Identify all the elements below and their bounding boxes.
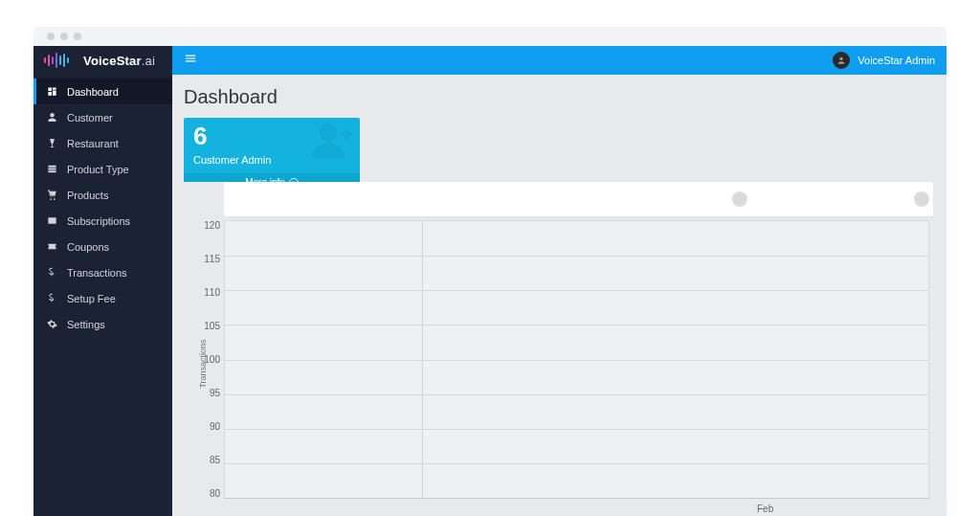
sidebar-item-label: Product Type xyxy=(67,164,129,175)
y-tick: 110 xyxy=(204,287,220,298)
sidebar: VoiceStar.ai Dashboard Customer xyxy=(33,46,172,516)
chart-plot xyxy=(224,220,929,499)
customer-admin-card: 6 Customer Admin More info xyxy=(184,118,360,191)
glass-icon xyxy=(46,138,57,148)
chart-action-button[interactable] xyxy=(914,191,929,207)
sidebar-nav: Dashboard Customer Restaurant xyxy=(33,75,172,337)
brand[interactable]: VoiceStar.ai xyxy=(33,46,172,75)
user-menu[interactable]: VoiceStar Admin xyxy=(833,52,935,69)
sidebar-item-coupons[interactable]: Coupons xyxy=(33,234,172,259)
app-shell: VoiceStar.ai Dashboard Customer xyxy=(33,46,947,516)
hamburger-icon xyxy=(184,52,197,65)
dollar-icon xyxy=(46,293,57,303)
add-user-icon xyxy=(310,118,354,166)
y-tick: 95 xyxy=(210,388,220,398)
sidebar-item-restaurant[interactable]: Restaurant xyxy=(33,130,172,156)
x-tick: Feb xyxy=(757,504,773,514)
topbar: VoiceStar Admin xyxy=(172,46,947,75)
y-axis-ticks: 120 115 110 105 100 95 90 85 80 xyxy=(195,220,220,499)
sidebar-item-product-type[interactable]: Product Type xyxy=(33,156,172,182)
traffic-dot xyxy=(74,33,81,40)
sidebar-item-setup-fee[interactable]: Setup Fee xyxy=(33,285,172,311)
sidebar-item-label: Customer xyxy=(67,112,113,123)
sidebar-item-settings[interactable]: Settings xyxy=(33,311,172,337)
sidebar-item-label: Restaurant xyxy=(67,138,119,149)
page-title: Dashboard xyxy=(184,86,933,108)
list-icon xyxy=(46,164,57,174)
user-icon xyxy=(836,56,846,65)
dashboard-icon xyxy=(46,86,57,97)
y-tick: 85 xyxy=(210,455,220,465)
sidebar-item-label: Settings xyxy=(67,319,105,330)
main: VoiceStar Admin Dashboard 6 Customer Adm… xyxy=(172,46,947,516)
sidebar-item-label: Subscriptions xyxy=(67,215,130,227)
y-tick: 100 xyxy=(204,354,220,365)
y-tick: 120 xyxy=(204,220,220,231)
browser-frame: VoiceStar.ai Dashboard Customer xyxy=(33,27,947,516)
y-tick: 115 xyxy=(204,254,220,264)
sidebar-item-dashboard[interactable]: Dashboard xyxy=(33,79,172,104)
dollar-icon xyxy=(46,267,57,278)
sidebar-item-label: Setup Fee xyxy=(67,293,116,304)
cart-icon xyxy=(46,190,57,200)
sidebar-item-customer[interactable]: Customer xyxy=(33,104,172,130)
svg-point-7 xyxy=(840,57,843,60)
browser-tabbar xyxy=(33,27,947,46)
avatar xyxy=(833,52,850,69)
chart-action-button[interactable] xyxy=(732,191,747,207)
y-tick: 90 xyxy=(210,421,220,432)
brand-name: VoiceStar.ai xyxy=(83,54,155,68)
sidebar-item-label: Transactions xyxy=(67,267,127,279)
chart-area: Transactions 120 115 110 105 100 95 90 8… xyxy=(184,211,929,516)
y-tick: 80 xyxy=(210,488,220,499)
sidebar-item-label: Coupons xyxy=(67,241,109,253)
user-icon xyxy=(46,112,57,123)
traffic-dot xyxy=(47,33,55,40)
sidebar-item-subscriptions[interactable]: Subscriptions xyxy=(33,208,172,234)
transactions-chart-panel: Transactions 120 115 110 105 100 95 90 8… xyxy=(184,182,933,516)
sidebar-item-label: Dashboard xyxy=(67,86,119,98)
sidebar-item-label: Products xyxy=(67,190,108,201)
coupon-icon xyxy=(46,241,57,252)
y-tick: 105 xyxy=(204,321,220,331)
menu-toggle-button[interactable] xyxy=(184,52,197,69)
traffic-dot xyxy=(60,33,68,40)
sidebar-item-transactions[interactable]: Transactions xyxy=(33,259,172,285)
svg-point-8 xyxy=(320,123,338,142)
sidebar-item-products[interactable]: Products xyxy=(33,182,172,208)
user-name: VoiceStar Admin xyxy=(858,55,935,66)
brand-waveform-icon xyxy=(43,53,78,68)
subscription-icon xyxy=(46,215,57,226)
gear-icon xyxy=(46,319,57,329)
content: Dashboard 6 Customer Admin More info xyxy=(172,75,947,516)
